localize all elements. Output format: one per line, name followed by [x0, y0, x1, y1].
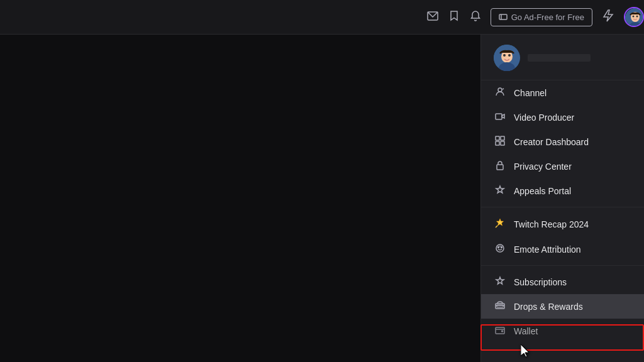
emote-attribution-label: Emote Attribution [514, 244, 581, 255]
svg-point-13 [498, 88, 502, 92]
profile-avatar [494, 45, 520, 71]
channel-icon [494, 87, 506, 99]
svg-point-25 [501, 247, 502, 248]
privacy-center-label: Privacy Center [514, 162, 572, 172]
menu-item-twitch-recap[interactable]: Twitch Recap 2024 [481, 211, 644, 237]
wallet-icon [494, 325, 506, 337]
svg-rect-1 [499, 14, 507, 19]
twitch-recap-label: Twitch Recap 2024 [514, 219, 589, 229]
svg-rect-19 [496, 141, 499, 145]
topbar-icons: Go Ad-Free for Free [426, 7, 644, 27]
user-avatar-button[interactable] [624, 7, 644, 27]
menu-item-channel[interactable]: Channel [481, 80, 644, 105]
creator-dashboard-icon [494, 136, 506, 148]
menu-item-video-producer[interactable]: Video Producer [481, 105, 644, 129]
video-producer-label: Video Producer [514, 112, 574, 123]
drops-rewards-icon [494, 300, 506, 312]
turbo-icon[interactable] [601, 9, 615, 26]
profile-section [481, 35, 644, 80]
drops-rewards-label: Drops & Rewards [514, 302, 583, 312]
privacy-center-icon [494, 160, 506, 172]
bookmark-icon[interactable] [448, 9, 460, 25]
profile-username [528, 54, 591, 62]
appeals-portal-label: Appeals Portal [514, 186, 571, 196]
svg-point-7 [636, 16, 638, 18]
menu-item-subscriptions[interactable]: Subscriptions [481, 270, 644, 294]
twitch-recap-icon [494, 217, 506, 231]
wallet-label: Wallet [514, 326, 538, 336]
svg-rect-18 [501, 136, 504, 140]
user-dropdown-menu: Channel Video Producer Creator Dashboard [480, 35, 644, 362]
svg-point-24 [498, 247, 499, 248]
topbar: Go Ad-Free for Free [0, 0, 644, 35]
go-ad-free-button[interactable]: Go Ad-Free for Free [491, 8, 592, 26]
svg-rect-21 [497, 165, 503, 170]
menu-item-drops-rewards[interactable]: Drops & Rewards [481, 294, 644, 319]
svg-point-12 [508, 54, 511, 57]
menu-item-wallet[interactable]: Wallet [481, 319, 644, 343]
menu-divider-1 [481, 207, 644, 207]
subscriptions-label: Subscriptions [514, 277, 567, 287]
background-left [0, 0, 308, 362]
channel-label: Channel [514, 88, 547, 98]
svg-point-6 [633, 16, 635, 18]
notification-icon[interactable] [469, 9, 482, 25]
svg-rect-17 [496, 136, 499, 140]
creator-dashboard-label: Creator Dashboard [514, 137, 589, 147]
video-producer-icon [494, 111, 506, 123]
subscriptions-icon [494, 276, 506, 288]
menu-divider-2 [481, 265, 644, 266]
menu-item-creator-dashboard[interactable]: Creator Dashboard [481, 129, 644, 154]
appeals-portal-icon [494, 185, 506, 197]
emote-attribution-icon [494, 243, 506, 255]
avatar [625, 8, 644, 27]
menu-item-appeals-portal[interactable]: Appeals Portal [481, 178, 644, 203]
menu-item-emote-attribution[interactable]: Emote Attribution [481, 237, 644, 261]
menu-item-privacy-center[interactable]: Privacy Center [481, 154, 644, 178]
svg-point-11 [503, 54, 506, 57]
mail-icon[interactable] [426, 9, 439, 25]
svg-point-30 [502, 331, 503, 332]
svg-rect-20 [501, 141, 504, 145]
svg-rect-14 [496, 114, 502, 119]
go-ad-free-label: Go Ad-Free for Free [511, 13, 584, 22]
svg-line-22 [496, 226, 497, 228]
